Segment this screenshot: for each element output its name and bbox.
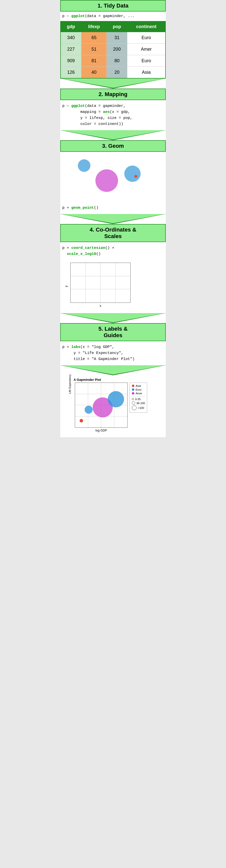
legend-dot-asia [132,384,134,387]
grid-cell [115,276,131,289]
legend-circle-small [132,398,134,400]
continent-cell: Amer [127,44,166,55]
col-header-continent: continent [127,21,166,32]
data-table: gdp lifexp pop continent 340 65 31 Euro … [60,21,166,79]
intro-code: p ← ggplot(data = gapminder, ... [60,11,166,21]
lifexp-cell: 81 [81,55,107,67]
continent-cell: Asia [127,67,166,79]
table-row: 909 81 80 Euro [60,55,166,67]
geom-code: p + geom_point() [60,202,166,214]
mapping-code: p ← ggplot(data = gapminder, mapping = a… [60,100,166,130]
x-axis-label: log GDP [75,429,128,432]
bubble-red-dot [134,175,137,178]
coord-chart: y x [70,263,131,308]
grid-cell [101,263,115,276]
func-labs: labs [71,345,80,349]
legend: Asia Euro Amer 0-35 [130,382,147,413]
plot-bubble-asia [80,419,83,423]
legend-item-asia: Asia [132,384,145,388]
grid-cell [86,263,101,276]
grid-cell [70,276,86,289]
legend-color-section: Asia Euro Amer [132,384,145,395]
legend-circle-medium [132,401,135,405]
legend-label-asia: Asia [136,384,141,388]
section-geom: 3. Geom p + geom_point() [60,140,166,214]
bubbles-container [63,157,163,197]
grid-cell [101,276,115,289]
legend-size-label-medium: 36-100 [136,402,145,405]
geom-visual [60,152,166,202]
mapping-header: 2. Mapping [60,89,166,100]
grid-cell [70,263,86,276]
coord-grid [70,263,131,303]
legend-size-section: 0-35 36-100 >100 [132,398,145,410]
bubble-blue-medium [124,165,141,182]
grid-cell [115,263,131,276]
legend-label-euro: Euro [136,388,141,391]
grid-cell [114,416,127,428]
legend-size-label-small: 0-35 [135,398,141,401]
plot-grid [75,382,128,428]
bubble-blue-small [78,159,90,172]
triangle-1 [60,79,166,89]
pop-cell: 80 [107,55,127,67]
geom-header: 3. Geom [60,140,166,152]
section-coords: 4. Co-Ordinates & Scales p + coord_carte… [60,224,166,313]
section-labels: 5. Labels & Guides p + labs(x = "log GDP… [60,323,166,365]
y-axis-wrapper: Life Expectancy [65,382,75,385]
y-axis-label: Life Expectancy [68,374,71,394]
triangle-2 [60,130,166,140]
grid-cell [86,276,101,289]
legend-label-amer: Amer [136,392,142,395]
legend-dot-euro [132,388,134,391]
func-coord: coord_cartesian [71,246,105,250]
func-ggplot: ggplot [71,104,85,108]
section-mapping: 2. Mapping p ← ggplot(data = gapminder, … [60,89,166,130]
table-row: 227 51 200 Amer [60,44,166,55]
grid-cell [75,394,88,405]
tidy-data-header: 1. Tidy Data [60,0,166,11]
plot-with-legend: Life Expectancy [65,382,164,432]
legend-size-medium: 36-100 [132,401,145,405]
gdp-cell: 340 [60,32,81,44]
labels-code: p + labs(x = "log GDP", y = "Life Expect… [60,341,166,365]
plot-bubble-euro-large [108,391,124,407]
grid-cell [115,289,131,303]
plot-bubble-euro-small [85,406,93,414]
legend-size-large: >100 [132,405,145,410]
coords-header: 4. Co-Ordinates & Scales [60,224,166,242]
y-axis-label-coord: y [64,285,68,287]
intro-code-text: p ← ggplot(data = gapminder, ... [62,14,135,18]
grid-cell [101,416,114,428]
legend-item-euro: Euro [132,388,145,391]
grid-cell [88,416,101,428]
gdp-cell: 126 [60,67,81,79]
triangle-3 [60,214,166,224]
table-row: 340 65 31 Euro [60,32,166,44]
final-plot-section: A Gapminder Plot Life Expectancy [60,375,166,437]
plot-chart-area: log GDP [75,382,128,432]
coords-code: p + coord_cartesian() + scale_x_log10() [60,242,166,260]
func-aes: aes [103,110,110,114]
func-geom-point: geom_point [71,206,94,210]
grid-cell [86,289,101,303]
triangle-5 [60,365,166,375]
lifexp-cell: 40 [81,67,107,79]
legend-size-small: 0-35 [132,398,145,401]
section-tidy-data: 1. Tidy Data p ← ggplot(data = gapminder… [60,0,166,79]
legend-item-amer: Amer [132,392,145,395]
grid-cell [70,289,86,303]
x-axis-label-coord: x [70,304,131,308]
col-header-lifexp: lifexp [81,21,107,32]
lifexp-cell: 65 [81,32,107,44]
pop-cell: 31 [107,32,127,44]
col-header-pop: pop [107,21,127,32]
coord-chart-wrapper: y x [60,260,166,313]
gdp-cell: 909 [60,55,81,67]
grid-cell [88,383,101,394]
legend-size-label-large: >100 [138,406,144,409]
grid-cell [75,383,88,394]
plot-title: A Gapminder Plot [74,378,164,381]
func-scale: scale_x_log10 [67,252,96,256]
continent-cell: Euro [127,32,166,44]
